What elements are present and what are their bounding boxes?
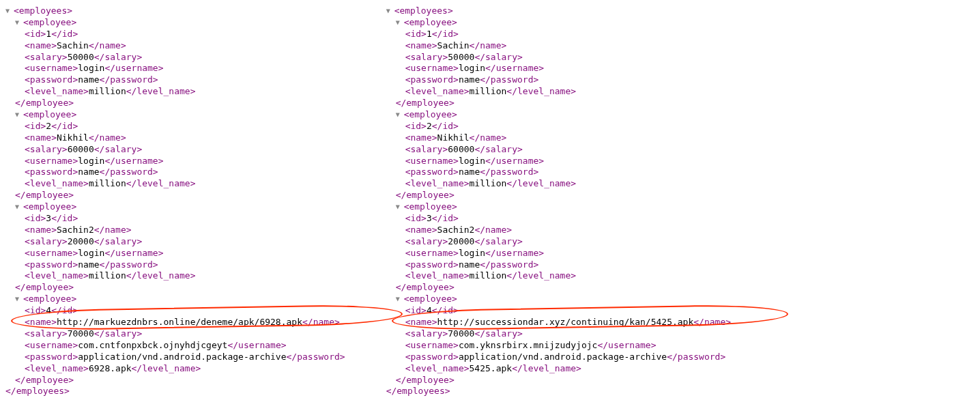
xml-employee-close: </employee> — [396, 190, 731, 201]
xml-employee-open[interactable]: ▼<employee> — [15, 294, 345, 305]
xml-field-password: <password>name</password> — [25, 259, 345, 271]
xml-field-password: <password>name</password> — [25, 167, 345, 178]
xml-employee-open[interactable]: ▼<employee> — [396, 17, 731, 29]
xml-employee-open[interactable]: ▼<employee> — [396, 294, 731, 305]
disclosure-arrow-icon[interactable]: ▼ — [396, 294, 404, 303]
xml-employee-close: </employee> — [396, 375, 731, 386]
xml-field-id: <id>4</id> — [25, 305, 345, 317]
xml-value: name — [78, 167, 99, 177]
xml-field-level_name: <level_name>million</level_name> — [405, 86, 731, 98]
xml-value: http://markuezdnbrs.online/deneme/apk/69… — [57, 317, 302, 327]
xml-field-salary: <salary>60000</salary> — [25, 144, 345, 156]
xml-field-salary: <salary>50000</salary> — [405, 52, 731, 63]
xml-value: login — [459, 156, 485, 166]
xml-root-close: </employees> — [386, 386, 731, 397]
xml-value: million — [89, 178, 126, 188]
disclosure-arrow-icon[interactable]: ▼ — [15, 202, 23, 211]
xml-value: name — [459, 259, 480, 270]
xml-value: 50000 — [448, 52, 474, 62]
xml-field-level_name: <level_name>5425.apk</level_name> — [405, 363, 731, 375]
xml-value: 2 — [427, 121, 432, 131]
xml-value: Sachin2 — [437, 225, 475, 235]
disclosure-arrow-icon[interactable]: ▼ — [15, 110, 23, 119]
xml-value: million — [470, 270, 507, 281]
xml-value: 70000 — [68, 328, 94, 339]
xml-employee-open[interactable]: ▼<employee> — [15, 201, 345, 213]
xml-value: com.cntfonpxbck.ojnyhdjcgeyt — [78, 340, 227, 350]
xml-field-username: <username>login</username> — [25, 248, 345, 259]
xml-root-open[interactable]: ▼<employees> — [386, 5, 731, 17]
xml-field-password: <password>name</password> — [405, 167, 731, 178]
disclosure-arrow-icon[interactable]: ▼ — [15, 294, 23, 303]
xml-tree-right: ▼<employees>▼<employee><id>1</id><name>S… — [386, 5, 731, 397]
disclosure-arrow-icon[interactable]: ▼ — [5, 6, 14, 15]
xml-field-password: <password>application/vnd.android.packag… — [25, 352, 345, 363]
xml-field-name: <name>Sachin</name> — [405, 40, 731, 52]
xml-employee-open[interactable]: ▼<employee> — [396, 201, 731, 213]
xml-employee-open[interactable]: ▼<employee> — [15, 17, 345, 29]
disclosure-arrow-icon[interactable]: ▼ — [396, 110, 404, 119]
xml-field-id: <id>4</id> — [405, 305, 731, 317]
xml-field-level_name: <level_name>6928.apk</level_name> — [25, 363, 345, 375]
xml-field-username: <username>login</username> — [405, 248, 731, 259]
xml-value: 6928.apk — [89, 363, 132, 373]
xml-value: 3 — [427, 213, 432, 223]
xml-value: Sachin — [57, 40, 89, 51]
xml-field-username: <username>login</username> — [405, 156, 731, 167]
xml-field-level_name: <level_name>million</level_name> — [25, 270, 345, 282]
xml-value: 2 — [46, 121, 51, 131]
xml-value: name — [78, 259, 99, 270]
xml-field-password: <password>application/vnd.android.packag… — [405, 352, 731, 363]
xml-field-id: <id>1</id> — [405, 29, 731, 40]
xml-value: 20000 — [68, 236, 94, 246]
xml-field-level_name: <level_name>million</level_name> — [405, 178, 731, 190]
xml-value: com.yknsrbirx.mnijzudyjojc — [459, 340, 598, 350]
xml-value: login — [78, 156, 104, 166]
xml-field-id: <id>3</id> — [405, 213, 731, 225]
xml-field-name: <name>http://markuezdnbrs.online/deneme/… — [25, 317, 345, 328]
disclosure-arrow-icon[interactable]: ▼ — [15, 18, 23, 27]
xml-employee-open[interactable]: ▼<employee> — [15, 109, 345, 121]
xml-field-id: <id>2</id> — [25, 121, 345, 132]
xml-value: name — [78, 74, 99, 85]
xml-field-name: <name>Nikhil</name> — [25, 132, 345, 144]
disclosure-arrow-icon[interactable]: ▼ — [386, 6, 394, 15]
xml-field-name: <name>Nikhil</name> — [405, 132, 731, 144]
disclosure-arrow-icon[interactable]: ▼ — [396, 18, 404, 27]
xml-root-open[interactable]: ▼<employees> — [5, 5, 345, 17]
xml-field-username: <username>com.yknsrbirx.mnijzudyjojc</us… — [405, 340, 731, 352]
xml-value: login — [78, 248, 104, 258]
xml-field-id: <id>1</id> — [25, 29, 345, 40]
xml-employee-close: </employee> — [15, 98, 345, 109]
xml-value: 4 — [427, 305, 432, 315]
xml-field-salary: <salary>70000</salary> — [405, 328, 731, 340]
xml-value: http://successiondar.xyz/continuing/kan/… — [437, 317, 694, 327]
xml-field-name: <name>Sachin2</name> — [405, 225, 731, 236]
xml-value: Sachin — [437, 40, 470, 51]
xml-value: 4 — [46, 305, 51, 315]
xml-value: 1 — [427, 29, 432, 39]
xml-value: Sachin2 — [57, 225, 94, 235]
xml-value: 20000 — [448, 236, 474, 246]
xml-field-salary: <salary>20000</salary> — [25, 236, 345, 248]
xml-value: 50000 — [68, 52, 94, 62]
xml-employee-open[interactable]: ▼<employee> — [396, 109, 731, 121]
xml-field-username: <username>login</username> — [25, 156, 345, 167]
xml-field-salary: <salary>50000</salary> — [25, 52, 345, 63]
xml-value: million — [89, 86, 126, 96]
xml-employee-close: </employee> — [15, 282, 345, 294]
xml-field-salary: <salary>20000</salary> — [405, 236, 731, 248]
xml-field-level_name: <level_name>million</level_name> — [25, 178, 345, 190]
xml-value: 3 — [46, 213, 51, 223]
xml-employee-close: </employee> — [396, 98, 731, 109]
xml-value: name — [459, 167, 480, 177]
xml-employee-close: </employee> — [15, 375, 345, 386]
xml-value: login — [459, 63, 485, 73]
xml-employee-close: </employee> — [15, 190, 345, 201]
xml-field-id: <id>2</id> — [405, 121, 731, 132]
disclosure-arrow-icon[interactable]: ▼ — [396, 202, 404, 211]
xml-field-level_name: <level_name>million</level_name> — [405, 270, 731, 282]
xml-field-name: <name>http://successiondar.xyz/continuin… — [405, 317, 731, 328]
xml-value: login — [78, 63, 104, 73]
xml-field-id: <id>3</id> — [25, 213, 345, 225]
